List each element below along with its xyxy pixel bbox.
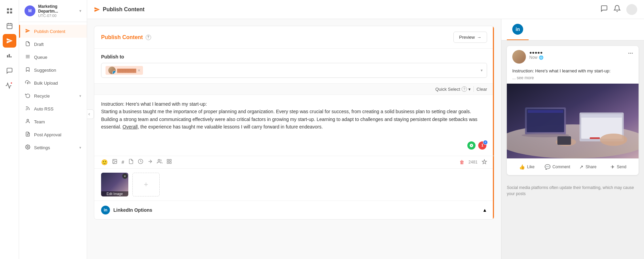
ai-badges-area: 1 +: [467, 141, 487, 150]
post-action-comment[interactable]: 💬 Comment: [543, 161, 572, 172]
char-count-value: 2481: [468, 160, 478, 165]
post-header: ●●●●● Now 🌐 ···: [507, 46, 639, 68]
publish-to-selector[interactable]: in ▓▓▓▓▓▓▓ × ▾: [101, 63, 487, 78]
sidebar-item-publish-content[interactable]: Publish Content: [19, 25, 87, 38]
ai-badge-green[interactable]: [467, 141, 476, 150]
sidebar-item-queue[interactable]: Queue: [19, 51, 87, 64]
remove-image-icon[interactable]: ×: [122, 173, 128, 179]
editor-header: Publish Content ? Preview →: [94, 26, 494, 49]
top-bar: Publish Content: [87, 0, 644, 19]
preview-button[interactable]: Preview →: [453, 32, 487, 43]
post-approval-icon: [25, 132, 31, 138]
sidebar-item-label: Publish Content: [34, 29, 65, 34]
svg-point-16: [27, 146, 28, 148]
quick-select-dropdown-icon[interactable]: ▾: [468, 87, 471, 92]
sidebar-header[interactable]: M Marketing Departm... UTC-07:00 ▾: [19, 0, 87, 22]
sidebar-item-post-approval[interactable]: Post Approval: [19, 128, 87, 141]
icon-nav: ●: [0, 0, 19, 259]
sidebar-item-label: Recycle: [34, 93, 50, 99]
queue-icon: [25, 54, 31, 60]
add-image-button[interactable]: +: [132, 173, 160, 196]
see-more-link[interactable]: ... see more: [512, 75, 534, 80]
editor-card: Publish Content ? Preview → Publish to: [94, 26, 494, 220]
editor-paragraph-2: Starting a business taught me the import…: [101, 108, 487, 131]
edit-image-label[interactable]: Edit Image: [101, 191, 128, 196]
svg-point-12: [26, 109, 26, 110]
image-thumbnail[interactable]: × Edit Image: [101, 173, 128, 196]
bulk-upload-icon: [25, 80, 31, 86]
sidebar-item-bulk-upload[interactable]: Bulk Upload: [19, 76, 87, 89]
footer-note-text: Social media platforms often update thei…: [507, 185, 634, 196]
messages-icon[interactable]: [600, 5, 608, 14]
settings-icon: [25, 144, 31, 151]
linkedin-options-label-area: in LinkedIn Options: [101, 206, 152, 214]
sidebar-item-label: Suggestion: [34, 68, 56, 73]
nav-icon-analytics[interactable]: [3, 49, 16, 63]
post-author: ●●●●●: [529, 50, 625, 55]
nav-icon-engage[interactable]: [3, 64, 16, 77]
text-editor-content[interactable]: Instruction: Here's what I learned with …: [101, 100, 487, 131]
notifications-icon[interactable]: [613, 5, 621, 14]
sidebar-item-recycle[interactable]: Recycle ▾: [19, 89, 87, 102]
nav-icon-dashboard[interactable]: [3, 4, 16, 18]
remove-account-icon[interactable]: ×: [138, 68, 140, 73]
publish-to-label: Publish to: [101, 54, 487, 59]
sidebar-item-label: Queue: [34, 55, 47, 60]
delete-toolbar-icon[interactable]: 🗑: [460, 159, 464, 165]
post-avatar: [512, 50, 526, 64]
page-title-area: Publish Content: [94, 6, 145, 13]
quick-select-help-icon[interactable]: ?: [462, 86, 467, 92]
sidebar-item-suggestion[interactable]: Suggestion: [19, 64, 87, 76]
workspace-info: Marketing Departm... UTC-07:00: [38, 4, 77, 18]
publish-title-icon: [94, 6, 100, 13]
sidebar-item-auto-rss[interactable]: Auto RSS: [19, 102, 87, 115]
linkedin-options-text: LinkedIn Options: [113, 207, 152, 213]
post-action-share[interactable]: ↗ Share: [574, 161, 603, 172]
editor-panel: Publish Content ? Preview → Publish to: [87, 19, 501, 259]
editor-title-text: Publish Content: [101, 34, 143, 40]
collapse-panel-button[interactable]: [87, 109, 94, 119]
clear-button[interactable]: Clear: [477, 87, 487, 92]
sidebar: M Marketing Departm... UTC-07:00 ▾ Publi…: [19, 0, 87, 259]
hashtag-toolbar-icon[interactable]: #: [122, 159, 124, 165]
sidebar-item-team[interactable]: Team: [19, 115, 87, 128]
quick-select-label: Quick Select ? ▾: [435, 86, 471, 92]
preview-panel: in ●●●●● Now 🌐: [501, 19, 644, 259]
user-avatar[interactable]: [626, 4, 637, 15]
page-title: Publish Content: [103, 6, 145, 13]
sidebar-item-label: Post Approval: [34, 132, 61, 137]
linkedin-options-icon: in: [101, 206, 110, 214]
nav-icon-calendar[interactable]: [3, 19, 16, 33]
post-image: [507, 84, 639, 158]
image-toolbar-icon[interactable]: [112, 159, 117, 166]
tab-linkedin[interactable]: in: [507, 19, 529, 40]
account-tag: in ▓▓▓▓▓▓▓ ×: [106, 66, 143, 75]
arrows-toolbar-icon[interactable]: [147, 159, 153, 166]
nav-icon-publish[interactable]: [3, 34, 16, 48]
svg-rect-23: [167, 162, 169, 163]
svg-rect-4: [7, 23, 12, 29]
share-icon: ↗: [579, 164, 583, 170]
magic-toolbar-icon[interactable]: [482, 159, 487, 166]
post-action-like[interactable]: 👍 Like: [512, 161, 542, 172]
sidebar-item-draft[interactable]: Draft: [19, 38, 87, 51]
preview-tabs: in: [501, 19, 644, 40]
ai-badge-red[interactable]: 1 +: [478, 141, 487, 150]
svg-point-34: [600, 134, 627, 146]
nav-icon-listen[interactable]: ●: [3, 79, 16, 92]
settings-chevron-icon: ▾: [79, 145, 81, 150]
workspace-name: Marketing Departm...: [38, 4, 77, 14]
post-action-send[interactable]: ✈ Send: [604, 161, 633, 172]
grid-toolbar-icon[interactable]: [166, 159, 172, 166]
help-icon[interactable]: ?: [146, 35, 151, 40]
document-toolbar-icon[interactable]: [128, 159, 134, 166]
svg-rect-24: [170, 162, 171, 163]
team-icon: [25, 119, 31, 125]
emoji-toolbar-icon[interactable]: 🙂: [101, 159, 108, 166]
sidebar-item-settings[interactable]: Settings ▾: [19, 141, 87, 154]
post-options-icon[interactable]: ···: [628, 50, 633, 57]
text-editor-area[interactable]: Instruction: Here's what I learned with …: [94, 95, 494, 156]
schedule-toolbar-icon[interactable]: [138, 159, 143, 166]
linkedin-options-section[interactable]: in LinkedIn Options ▲: [94, 201, 494, 219]
people-toolbar-icon[interactable]: [157, 159, 162, 166]
